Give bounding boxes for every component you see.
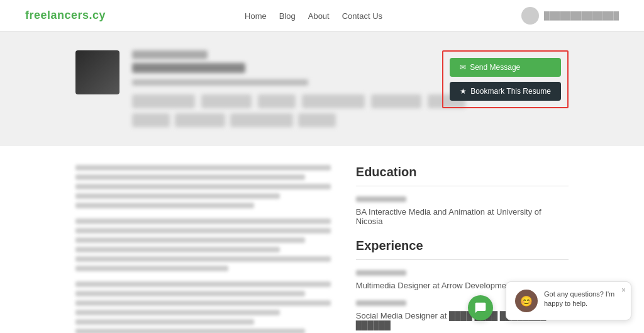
bio-paragraph-3 (75, 281, 331, 333)
chat-fab-icon (474, 302, 487, 314)
profile-tag (132, 94, 195, 108)
experience-divider (356, 259, 569, 260)
nav-links: Home Blog About Contact Us (245, 11, 382, 21)
text-line (75, 193, 280, 199)
profile-tag (230, 113, 293, 127)
send-message-label: Send Message (470, 63, 520, 72)
text-line (75, 310, 280, 315)
profile-tag (175, 113, 225, 127)
text-line (75, 203, 254, 208)
text-line (75, 300, 331, 306)
chat-fab-button[interactable] (468, 295, 493, 320)
bio-paragraph-2 (75, 218, 331, 271)
brand-logo: freelancers.cy (25, 9, 106, 22)
bio-paragraph-1 (75, 165, 331, 208)
text-line (75, 256, 331, 262)
profile-tag (201, 94, 252, 108)
chat-widget: 😊 Got any questions? I'm happy to help. … (506, 281, 631, 320)
text-line (75, 266, 228, 271)
profile-avatar (75, 50, 119, 94)
text-line (75, 184, 331, 189)
edu-degree: BA Interactive Media and Animation at Un… (356, 207, 569, 226)
education-item: BA Interactive Media and Animation at Un… (356, 196, 569, 226)
send-icon: ✉ (460, 63, 466, 72)
nav-about[interactable]: About (308, 11, 330, 21)
bookmark-label: Bookmark This Resume (470, 87, 551, 96)
bookmark-resume-button[interactable]: ★ Bookmark This Resume (450, 82, 561, 101)
text-line (75, 218, 331, 224)
avatar-image (75, 50, 119, 94)
profile-tag (371, 94, 421, 108)
text-line (75, 319, 254, 325)
education-title: Education (356, 165, 569, 179)
experience-title: Experience (356, 239, 569, 253)
navbar: freelancers.cy Home Blog About Contact U… (0, 0, 644, 31)
profile-title (132, 63, 245, 73)
profile-tag (132, 113, 170, 127)
chat-close-button[interactable]: × (621, 286, 626, 295)
profile-tag (258, 94, 296, 108)
text-line (75, 329, 305, 333)
user-name: ██████████████ (544, 11, 619, 20)
user-menu[interactable]: ██████████████ (521, 7, 619, 25)
user-avatar-icon (521, 7, 539, 25)
edu-date (356, 196, 406, 202)
send-message-button[interactable]: ✉ Send Message (450, 58, 561, 77)
profile-actions-box: ✉ Send Message ★ Bookmark This Resume (442, 50, 569, 108)
text-line (75, 281, 331, 287)
bookmark-icon: ★ (460, 87, 467, 96)
education-divider (356, 186, 569, 186)
text-line (75, 291, 305, 296)
nav-contact[interactable]: Contact Us (342, 11, 382, 21)
text-line (75, 174, 305, 180)
text-line (75, 247, 280, 252)
text-line (75, 237, 305, 243)
exp-date-1 (356, 270, 406, 276)
exp-date-2 (356, 300, 406, 306)
nav-home[interactable]: Home (245, 11, 267, 21)
text-line (75, 228, 331, 234)
profile-tag (298, 113, 336, 127)
text-line (75, 165, 331, 171)
profile-name (132, 50, 208, 59)
profile-tag (302, 94, 365, 108)
profile-meta (132, 79, 308, 86)
profile-header: ✉ Send Message ★ Bookmark This Resume (0, 31, 644, 146)
nav-blog[interactable]: Blog (279, 11, 296, 21)
chat-avatar: 😊 (515, 290, 538, 312)
profile-tags-row2 (132, 113, 569, 127)
bio-section (75, 165, 331, 333)
chat-message: Got any questions? I'm happy to help. (544, 290, 622, 309)
education-section: Education BA Interactive Media and Anima… (356, 165, 569, 226)
